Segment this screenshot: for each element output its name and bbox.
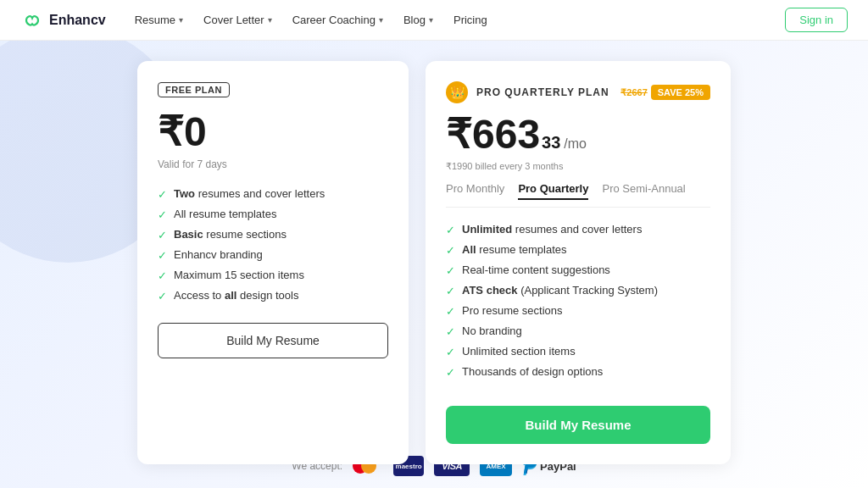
pro-plan-name: PRO QUARTERLY PLAN xyxy=(476,86,609,98)
tab-pro-quarterly[interactable]: Pro Quarterly xyxy=(518,182,588,200)
free-plan-card: FREE PLAN ₹0 Valid for 7 days ✓ Two resu… xyxy=(137,61,409,464)
check-icon: ✓ xyxy=(446,346,455,358)
feature-item: ✓ All resume templates xyxy=(158,204,388,225)
pro-price-decimal: 33 xyxy=(542,133,560,152)
feature-item: ✓ ATS check (Applicant Tracking System) xyxy=(446,280,710,301)
pro-price-main: ₹663 xyxy=(446,110,540,158)
check-icon: ✓ xyxy=(446,285,455,297)
check-icon: ✓ xyxy=(158,249,167,262)
feature-item: ✓ Pro resume sections xyxy=(446,301,710,321)
feature-item: ✓ Unlimited resumes and cover letters xyxy=(446,219,710,240)
check-icon: ✓ xyxy=(158,208,167,221)
free-plan-cta-button[interactable]: Build My Resume xyxy=(158,323,388,358)
pro-plan-card: 👑 PRO QUARTERLY PLAN ₹2667 SAVE 25% ₹663… xyxy=(426,61,731,464)
nav-links: Resume ▾ Cover Letter ▾ Career Coaching … xyxy=(126,8,786,31)
nav-cover-letter[interactable]: Cover Letter ▾ xyxy=(195,8,281,31)
navbar: Enhancv Resume ▾ Cover Letter ▾ Career C… xyxy=(0,0,868,41)
save-badge: SAVE 25% xyxy=(651,85,710,100)
chevron-down-icon: ▾ xyxy=(379,15,383,25)
check-icon: ✓ xyxy=(446,224,455,236)
nav-blog[interactable]: Blog ▾ xyxy=(395,8,442,31)
feature-item: ✓ Real-time content suggestions xyxy=(446,260,710,280)
check-icon: ✓ xyxy=(446,264,455,277)
feature-item: ✓ Access to all design tools xyxy=(158,286,388,306)
pro-price-unit: /mo xyxy=(564,136,587,152)
original-price: ₹2667 xyxy=(620,87,647,98)
feature-item: ✓ Enhancv branding xyxy=(158,245,388,265)
check-icon: ✓ xyxy=(158,188,167,201)
main-content: FREE PLAN ₹0 Valid for 7 days ✓ Two resu… xyxy=(0,41,868,485)
tab-pro-semi-annual[interactable]: Pro Semi-Annual xyxy=(602,182,685,200)
feature-item: ✓ All resume templates xyxy=(446,240,710,260)
pro-plan-features: ✓ Unlimited resumes and cover letters ✓ … xyxy=(446,219,710,382)
check-icon: ✓ xyxy=(158,269,167,282)
free-plan-validity: Valid for 7 days xyxy=(158,158,388,170)
feature-item: ✓ Thousands of design options xyxy=(446,362,710,382)
feature-item: ✓ Two resumes and cover letters xyxy=(158,184,388,204)
check-icon: ✓ xyxy=(158,290,167,302)
chevron-down-icon: ▾ xyxy=(179,15,183,25)
logo[interactable]: Enhancv xyxy=(20,12,106,29)
feature-item: ✓ Maximum 15 section items xyxy=(158,265,388,286)
free-plan-badge: FREE PLAN xyxy=(158,82,230,97)
tab-pro-monthly[interactable]: Pro Monthly xyxy=(446,182,504,200)
check-icon: ✓ xyxy=(446,325,455,338)
billing-note: ₹1990 billed every 3 months xyxy=(446,161,710,172)
pro-plan-cta-button[interactable]: Build My Resume xyxy=(446,406,710,444)
check-icon: ✓ xyxy=(446,305,455,318)
feature-item: ✓ Basic resume sections xyxy=(158,225,388,245)
nav-pricing[interactable]: Pricing xyxy=(445,8,496,31)
crown-icon: 👑 xyxy=(446,81,468,103)
free-plan-price: ₹0 xyxy=(158,108,388,155)
logo-icon xyxy=(20,12,44,29)
feature-item: ✓ Unlimited section items xyxy=(446,341,710,362)
nav-career-coaching[interactable]: Career Coaching ▾ xyxy=(284,8,392,31)
chevron-down-icon: ▾ xyxy=(429,15,433,25)
chevron-down-icon: ▾ xyxy=(268,15,272,25)
nav-resume[interactable]: Resume ▾ xyxy=(126,8,192,31)
free-plan-features: ✓ Two resumes and cover letters ✓ All re… xyxy=(158,184,388,306)
check-icon: ✓ xyxy=(158,229,167,241)
pro-price-display: ₹663 33 /mo xyxy=(446,110,710,158)
check-icon: ✓ xyxy=(446,244,455,257)
plan-tabs: Pro Monthly Pro Quarterly Pro Semi-Annua… xyxy=(446,182,710,208)
pro-plan-header: 👑 PRO QUARTERLY PLAN ₹2667 SAVE 25% xyxy=(446,81,710,103)
signin-button[interactable]: Sign in xyxy=(785,8,848,32)
logo-text: Enhancv xyxy=(49,13,106,28)
check-icon: ✓ xyxy=(446,366,455,379)
feature-item: ✓ No branding xyxy=(446,321,710,341)
